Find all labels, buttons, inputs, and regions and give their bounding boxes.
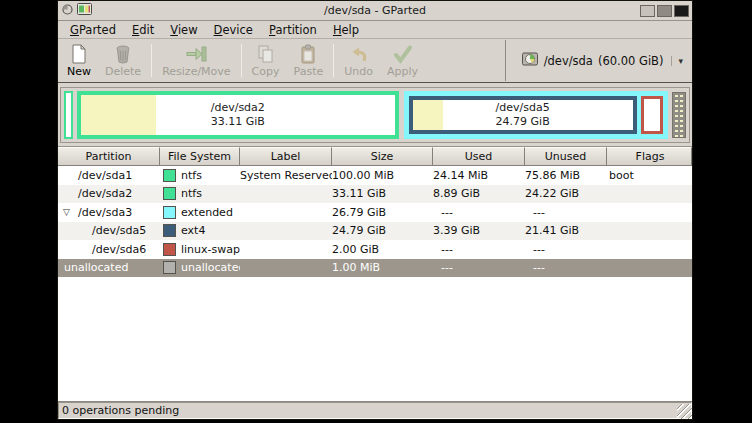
menu-help[interactable]: Help (325, 22, 367, 38)
header-label[interactable]: Label (240, 147, 332, 166)
fs-color-swatch (163, 169, 176, 182)
chevron-down-icon[interactable]: ▾ (671, 56, 683, 66)
undo-icon (348, 42, 370, 65)
menubar: GParted Edit View Device Partition Help (58, 21, 692, 39)
menu-edit[interactable]: Edit (124, 22, 162, 38)
paste-button[interactable]: Paste (287, 40, 331, 81)
minimize-button[interactable] (640, 5, 655, 17)
disk-drive-icon (522, 52, 539, 70)
resize-move-icon (184, 42, 208, 65)
table-row-sda2[interactable]: /dev/sda2 ntfs 33.11 GiB 8.89 GiB 24.22 … (58, 185, 692, 204)
titlebar: /dev/sda - GParted (58, 1, 692, 21)
table-row-sda5[interactable]: /dev/sda5 ext4 24.79 GiB 3.39 GiB 21.41 … (58, 222, 692, 241)
menu-view[interactable]: View (162, 22, 205, 38)
gparted-window: /dev/sda - GParted GParted Edit View Dev… (57, 0, 693, 420)
partition-table: Partition File System Label Size Used Un… (58, 147, 692, 401)
resize-grip[interactable] (677, 404, 692, 419)
expander-icon[interactable]: ▽ (63, 207, 70, 217)
fs-color-swatch (163, 224, 176, 237)
diskbar-unallocated[interactable] (672, 92, 686, 138)
table-row-sda1[interactable]: /dev/sda1 ntfs System Reserved 100.00 Mi… (58, 166, 692, 185)
close-button[interactable] (674, 5, 689, 17)
diskbar-partition-sda5[interactable]: /dev/sda5 24.79 GiB (409, 96, 637, 134)
device-size: (60.00 GiB) (598, 54, 664, 68)
partition-size: 33.11 GiB (211, 115, 265, 129)
copy-button[interactable]: Copy (245, 40, 287, 81)
fs-color-swatch (163, 187, 176, 200)
toolbar-separator (151, 44, 152, 77)
resize-move-button[interactable]: Resize/Move (155, 40, 237, 81)
header-used[interactable]: Used (433, 147, 525, 166)
header-size[interactable]: Size (332, 147, 433, 166)
table-row-sda3[interactable]: ▽/dev/sda3 extended 26.79 GiB --- --- (58, 203, 692, 222)
diskbar-partition-sda1[interactable] (64, 91, 73, 139)
diskbar-partition-sda6[interactable] (641, 96, 663, 134)
toolbar: New Delete Resize/Move Copy Paste Undo A… (58, 39, 692, 83)
fs-color-swatch (163, 243, 176, 256)
diskbar-partition-sda2[interactable]: /dev/sda2 33.11 GiB (77, 91, 399, 139)
device-selector[interactable]: /dev/sda (60.00 GiB) ▾ (519, 50, 686, 72)
fs-color-swatch (163, 206, 176, 219)
toolbar-separator (333, 44, 334, 77)
undo-button[interactable]: Undo (337, 40, 380, 81)
fs-color-swatch (163, 261, 176, 274)
table-row-unallocated[interactable]: unallocated unallocated 1.00 MiB --- --- (58, 259, 692, 278)
window-title: /dev/sda - GParted (58, 4, 692, 17)
header-unused[interactable]: Unused (525, 147, 607, 166)
new-partition-icon (68, 42, 90, 65)
header-partition[interactable]: Partition (58, 147, 160, 166)
statusbar: 0 operations pending (58, 401, 692, 419)
delete-icon (112, 42, 134, 65)
table-header: Partition File System Label Size Used Un… (58, 147, 692, 166)
partition-name: /dev/sda5 (496, 101, 550, 115)
delete-button[interactable]: Delete (98, 40, 148, 81)
apply-icon (392, 42, 414, 65)
copy-icon (255, 42, 277, 65)
device-panel: /dev/sda (60.00 GiB) ▾ (505, 40, 690, 81)
new-button[interactable]: New (60, 40, 98, 81)
header-filesystem[interactable]: File System (160, 147, 240, 166)
menu-partition[interactable]: Partition (261, 22, 325, 38)
menu-gparted[interactable]: GParted (62, 22, 124, 38)
apply-button[interactable]: Apply (380, 40, 425, 81)
disk-visual-bar: /dev/sda2 33.11 GiB /dev/sda5 24.79 GiB (60, 87, 690, 143)
toolbar-separator (241, 44, 242, 77)
partition-size: 24.79 GiB (496, 115, 550, 129)
partition-name: /dev/sda2 (211, 101, 265, 115)
disk-visual-area: /dev/sda2 33.11 GiB /dev/sda5 24.79 GiB (58, 83, 692, 147)
maximize-button[interactable] (657, 5, 672, 17)
paste-icon (297, 42, 319, 65)
device-name: /dev/sda (544, 54, 593, 68)
operations-pending-text: 0 operations pending (58, 402, 692, 419)
menu-device[interactable]: Device (206, 22, 261, 38)
diskbar-extended-sda3[interactable]: /dev/sda5 24.79 GiB (404, 91, 669, 139)
header-flags[interactable]: Flags (607, 147, 692, 166)
table-row-sda6[interactable]: /dev/sda6 linux-swap 2.00 GiB --- --- (58, 240, 692, 259)
